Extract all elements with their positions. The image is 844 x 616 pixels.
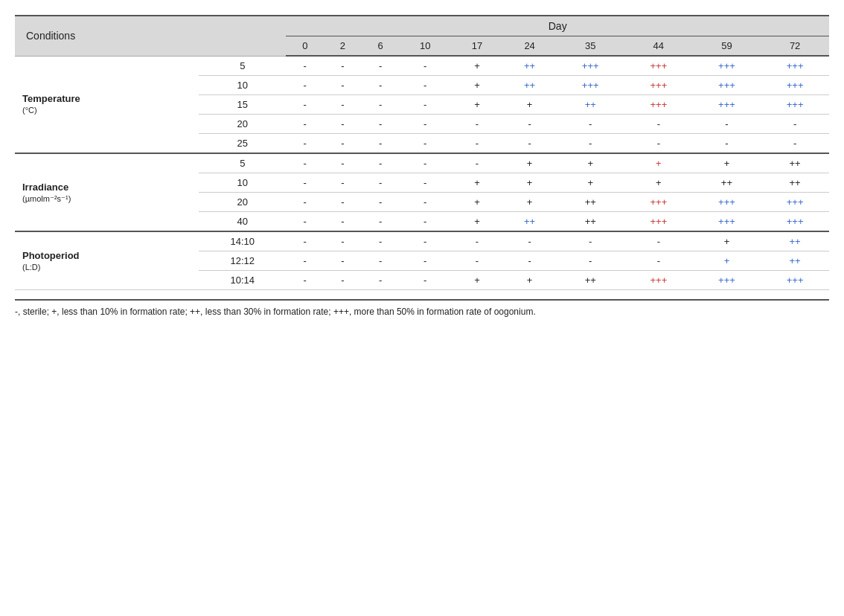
cell-value: +++ xyxy=(556,56,624,76)
cell-value: - xyxy=(286,173,324,193)
cell-value: - xyxy=(286,251,324,271)
cell-value: - xyxy=(556,115,624,134)
cell-value: +++ xyxy=(556,76,624,95)
cell-value: +++ xyxy=(761,271,829,290)
cell-value: - xyxy=(624,251,693,271)
cell-value: - xyxy=(693,115,761,134)
cell-value: + xyxy=(451,212,503,232)
row-sublabel: 5 xyxy=(199,56,286,76)
cell-value: - xyxy=(286,271,324,290)
cell-value: - xyxy=(451,115,503,134)
cell-value: ++ xyxy=(761,231,829,251)
day-col-10: 10 xyxy=(399,36,451,57)
cell-value: +++ xyxy=(693,212,761,232)
cell-value: - xyxy=(286,76,324,95)
row-sublabel: 20 xyxy=(199,193,286,212)
cell-value: ++ xyxy=(761,173,829,193)
cell-value: - xyxy=(624,134,693,154)
cell-value: + xyxy=(451,95,503,115)
cell-value: ++ xyxy=(503,76,557,95)
cell-value: - xyxy=(286,212,324,232)
cell-value: - xyxy=(362,76,400,95)
cell-value: - xyxy=(324,173,362,193)
cell-value: ++ xyxy=(503,212,557,232)
row-sublabel: 10:14 xyxy=(199,271,286,290)
cell-value: - xyxy=(324,271,362,290)
cell-value: + xyxy=(624,173,693,193)
cell-value: ++ xyxy=(556,271,624,290)
group-label-2: Photoperiod(L:D) xyxy=(15,231,199,290)
cell-value: - xyxy=(399,115,451,134)
cell-value: - xyxy=(399,251,451,271)
cell-value: +++ xyxy=(624,76,693,95)
cell-value: ++ xyxy=(556,95,624,115)
cell-value: - xyxy=(451,153,503,173)
cell-value: +++ xyxy=(693,76,761,95)
cell-value: ++ xyxy=(556,193,624,212)
main-table-wrapper: Conditions Day 02610172435445972 Tempera… xyxy=(15,15,829,319)
header-row-top: Conditions Day xyxy=(15,16,829,36)
cell-value: - xyxy=(362,134,400,154)
cell-value: - xyxy=(451,134,503,154)
cell-value: - xyxy=(362,251,400,271)
cell-value: - xyxy=(451,251,503,271)
cell-value: + xyxy=(451,173,503,193)
cell-value: - xyxy=(399,173,451,193)
cell-value: - xyxy=(362,115,400,134)
cell-value: + xyxy=(693,251,761,271)
table-row: Irradiance(µmolm⁻²s⁻¹)5-----++++++ xyxy=(15,153,829,173)
cell-value: - xyxy=(399,212,451,232)
cell-value: - xyxy=(324,193,362,212)
day-header: Day xyxy=(286,16,829,36)
cell-value: ++ xyxy=(693,173,761,193)
cell-value: +++ xyxy=(624,95,693,115)
cell-value: + xyxy=(503,271,557,290)
cell-value: +++ xyxy=(624,271,693,290)
group-label-0: Temperature(°C) xyxy=(15,56,199,153)
cell-value: - xyxy=(324,153,362,173)
cell-value: +++ xyxy=(624,193,693,212)
conditions-header: Conditions xyxy=(15,16,286,56)
cell-value: - xyxy=(362,231,400,251)
cell-value: - xyxy=(399,271,451,290)
cell-value: - xyxy=(503,231,557,251)
cell-value: ++ xyxy=(503,56,557,76)
cell-value: +++ xyxy=(693,56,761,76)
cell-value: + xyxy=(451,56,503,76)
cell-value: - xyxy=(693,134,761,154)
row-sublabel: 40 xyxy=(199,212,286,232)
group-label-1: Irradiance(µmolm⁻²s⁻¹) xyxy=(15,153,199,231)
cell-value: - xyxy=(286,115,324,134)
cell-value: - xyxy=(362,212,400,232)
cell-value: - xyxy=(286,193,324,212)
cell-value: - xyxy=(362,153,400,173)
cell-value: - xyxy=(362,193,400,212)
cell-value: - xyxy=(399,134,451,154)
cell-value: - xyxy=(362,95,400,115)
cell-value: - xyxy=(399,56,451,76)
cell-value: + xyxy=(451,193,503,212)
cell-value: + xyxy=(503,95,557,115)
cell-value: - xyxy=(624,231,693,251)
cell-value: +++ xyxy=(761,212,829,232)
footer-note: -, sterile; +, less than 10% in formatio… xyxy=(15,299,829,319)
cell-value: - xyxy=(286,95,324,115)
cell-value: + xyxy=(451,76,503,95)
row-sublabel: 25 xyxy=(199,134,286,154)
cell-value: - xyxy=(362,271,400,290)
cell-value: - xyxy=(399,231,451,251)
cell-value: - xyxy=(324,251,362,271)
cell-value: - xyxy=(399,193,451,212)
row-sublabel: 14:10 xyxy=(199,231,286,251)
cell-value: - xyxy=(556,251,624,271)
cell-value: ++ xyxy=(761,153,829,173)
cell-value: - xyxy=(399,153,451,173)
cell-value: - xyxy=(503,115,557,134)
cell-value: - xyxy=(503,251,557,271)
cell-value: - xyxy=(761,115,829,134)
row-sublabel: 10 xyxy=(199,76,286,95)
cell-value: - xyxy=(286,231,324,251)
cell-value: +++ xyxy=(693,95,761,115)
cell-value: +++ xyxy=(624,56,693,76)
cell-value: - xyxy=(761,134,829,154)
